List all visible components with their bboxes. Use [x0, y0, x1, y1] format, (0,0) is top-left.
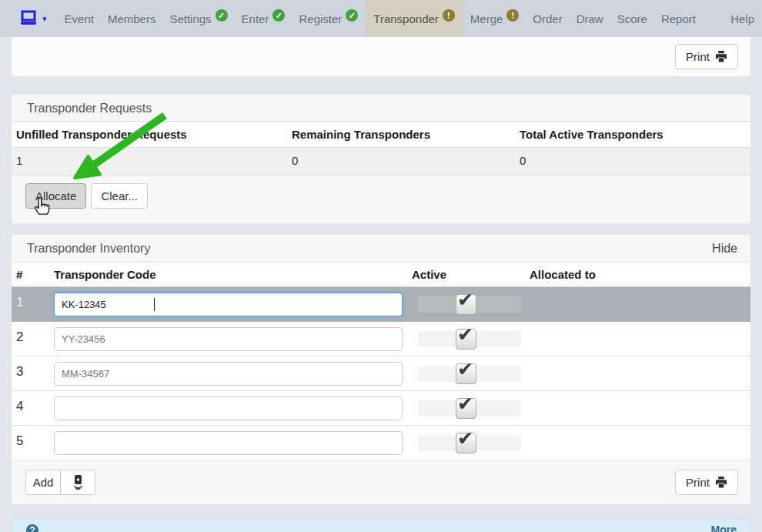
clear-button[interactable]: Clear...: [91, 183, 148, 209]
chevron-down-icon: ▾: [42, 14, 47, 24]
table-row[interactable]: 1 ✔: [12, 287, 750, 322]
allocated-to-cell: [525, 322, 750, 356]
top-nav: ▾ Event Members Settings✓ Enter✓ Registe…: [0, 0, 762, 37]
col-header-active: Active: [407, 263, 525, 286]
allocated-to-cell: [525, 356, 750, 390]
active-cell-strip: ✔: [418, 331, 521, 347]
checkmark-icon: ✔: [457, 325, 473, 344]
unfilled-count: 1: [12, 148, 287, 175]
transponder-requests-panel: Transponder Requests Unfilled Transponde…: [12, 95, 750, 223]
active-cell-strip: ✔: [418, 400, 521, 417]
table-row[interactable]: 3 ✔: [12, 356, 750, 391]
checkmark-icon: ✔: [457, 290, 473, 309]
requests-table-values: 1 0 0: [12, 148, 750, 176]
nav-item-settings[interactable]: Settings✓: [162, 0, 234, 37]
inventory-table-header: # Transponder Code Active Allocated to: [12, 262, 750, 287]
more-link[interactable]: More: [711, 524, 737, 532]
nav-item-draw[interactable]: Draw: [570, 0, 610, 37]
info-icon: ?: [26, 524, 38, 532]
printer-icon: [715, 477, 727, 488]
nav-item-merge[interactable]: Merge!: [463, 0, 526, 37]
transponder-code-input[interactable]: [54, 396, 403, 420]
check-badge-icon: ✓: [272, 9, 285, 22]
checkmark-icon: ✔: [457, 429, 473, 448]
col-header-unfilled: Unfilled Transponder Requests: [12, 122, 287, 147]
warning-badge-icon: !: [506, 9, 519, 22]
table-row[interactable]: 4 ✔: [12, 391, 750, 426]
col-header-allocated: Allocated to: [525, 263, 750, 286]
table-row[interactable]: 5 ✔: [12, 426, 750, 460]
check-badge-icon: ✓: [346, 9, 358, 22]
row-number: 5: [12, 426, 49, 460]
printer-icon: [715, 51, 727, 62]
transponder-code-input[interactable]: [54, 327, 403, 351]
nav-item-members[interactable]: Members: [101, 0, 163, 37]
nav-item-register[interactable]: Register✓: [292, 0, 365, 37]
warning-badge-icon: !: [443, 9, 455, 22]
requests-table-header: Unfilled Transponder Requests Remaining …: [12, 121, 750, 148]
transponder-code-input[interactable]: [54, 293, 403, 316]
active-checkbox[interactable]: ✔: [456, 294, 476, 315]
active-cell-strip: ✔: [418, 296, 521, 313]
print-button[interactable]: Print: [675, 470, 738, 495]
nav-item-enter[interactable]: Enter✓: [235, 0, 292, 37]
transponder-inventory-panel: Transponder Inventory Hide # Transponder…: [12, 235, 750, 504]
active-checkbox[interactable]: ✔: [456, 433, 476, 453]
checkmark-icon: ✔: [457, 360, 473, 379]
brand-menu[interactable]: ▾: [0, 10, 58, 27]
nav-item-event[interactable]: Event: [58, 0, 101, 37]
laptop-icon: [18, 10, 38, 27]
row-number: 2: [12, 322, 49, 356]
nav-item-help[interactable]: Help: [723, 0, 762, 37]
nav-item-report[interactable]: Report: [654, 0, 703, 37]
allocate-button[interactable]: Allocate: [25, 183, 86, 209]
active-cell-strip: ✔: [418, 435, 521, 451]
allocated-to-cell: [525, 391, 750, 425]
active-checkbox[interactable]: ✔: [456, 329, 476, 350]
panel-title: Transponder Requests: [12, 95, 750, 121]
print-button[interactable]: Print: [675, 44, 738, 69]
col-header-total-active: Total Active Transponders: [515, 122, 750, 147]
nav-item-transponder[interactable]: Transponder!: [365, 0, 463, 37]
top-toolbar-panel: Print: [12, 37, 750, 76]
nav-item-order[interactable]: Order: [526, 0, 569, 37]
active-checkbox[interactable]: ✔: [456, 363, 476, 384]
remaining-count: 0: [287, 148, 515, 175]
col-header-code: Transponder Code: [49, 263, 407, 286]
info-bar: ? More: [12, 519, 750, 532]
col-header-num: #: [12, 263, 49, 286]
requests-table: Unfilled Transponder Requests Remaining …: [12, 121, 750, 176]
check-badge-icon: ✓: [216, 9, 228, 22]
transponder-code-input[interactable]: [54, 362, 403, 386]
allocated-to-cell: [525, 287, 750, 321]
hide-link[interactable]: Hide: [712, 242, 737, 256]
text-caret: [154, 298, 155, 311]
row-number: 4: [12, 391, 49, 425]
add-button[interactable]: Add: [25, 470, 61, 495]
transponder-scan-icon: [71, 474, 85, 490]
row-number: 3: [12, 356, 49, 390]
nav-item-score[interactable]: Score: [610, 0, 654, 37]
row-number: 1: [12, 287, 49, 321]
checkmark-icon: ✔: [457, 394, 473, 413]
total-active-count: 0: [515, 148, 750, 175]
active-cell-strip: ✔: [418, 366, 521, 382]
col-header-remaining: Remaining Transponders: [287, 122, 515, 147]
active-checkbox[interactable]: ✔: [456, 398, 476, 419]
allocated-to-cell: [525, 426, 750, 460]
scan-transponder-button[interactable]: [61, 470, 95, 495]
transponder-code-input[interactable]: [54, 431, 403, 455]
table-row[interactable]: 2 ✔: [12, 322, 750, 356]
panel-title: Transponder Inventory: [12, 235, 750, 261]
